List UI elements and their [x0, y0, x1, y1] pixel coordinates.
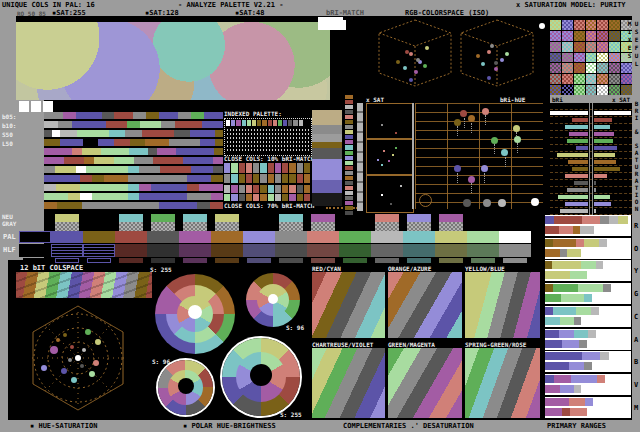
- bri-bar-track: [550, 145, 591, 151]
- gray-checker-swatch: [279, 222, 303, 231]
- primary-range-letter-c: C: [634, 313, 638, 321]
- color-segment: [72, 121, 106, 128]
- color-segment: [190, 130, 214, 137]
- color-segment: [98, 139, 114, 146]
- hue-sat-dot: [50, 346, 58, 354]
- palette-dot: [531, 198, 539, 206]
- half-bright-subrow: [23, 258, 531, 263]
- selected-color-swatch[interactable]: [318, 17, 346, 30]
- palette-cell: [19, 231, 51, 243]
- sat-option-255[interactable]: ▪SAT:255: [52, 9, 86, 17]
- half-bright-subcell: [439, 258, 463, 263]
- bri-bar-track: [550, 187, 591, 193]
- half-bright-subcell: [151, 258, 175, 263]
- color-segment: [175, 121, 203, 128]
- mix-swatch: [550, 20, 561, 30]
- gray-checker-swatch: [55, 222, 79, 231]
- sat-option-128[interactable]: ▪SAT:128: [145, 9, 179, 17]
- close-pair-swatch: [304, 194, 310, 202]
- color-run-row: [44, 202, 223, 209]
- color-segment: [545, 408, 562, 416]
- comp-panel-orangeazure: [388, 272, 462, 338]
- mix-swatch: [597, 20, 608, 30]
- bri-bar-track: [550, 124, 591, 130]
- footer-polar-hue-brightness[interactable]: ▪ POLAR HUE-BRIGHTNESS: [183, 422, 276, 430]
- color-segment: [312, 180, 342, 193]
- mini-cell: [345, 201, 353, 205]
- bri-bar-track: [550, 208, 591, 214]
- bri-bar: [565, 174, 588, 178]
- close-pair-swatch: [268, 163, 274, 173]
- close-pair-swatch: [224, 194, 230, 202]
- bri-bar-track: [550, 166, 591, 172]
- close-pair-swatch: [224, 174, 230, 184]
- color-segment: [44, 175, 80, 182]
- close-pair-swatch: [304, 163, 310, 173]
- sample-dot: [381, 194, 383, 196]
- bri-bar: [576, 146, 588, 150]
- color-run-row: [44, 193, 223, 200]
- half-bright-cell: [83, 244, 115, 257]
- primary-range-letter-m: M: [634, 404, 638, 412]
- color-segment: [599, 239, 607, 247]
- mini-cell: [345, 161, 353, 165]
- color-segment: [55, 166, 76, 173]
- palette-dot: [483, 199, 491, 207]
- color-segment: [552, 261, 581, 269]
- bri-bar: [569, 132, 588, 136]
- color-segment: [574, 317, 581, 325]
- circle-center: [178, 378, 194, 394]
- xsat-slider[interactable]: [357, 103, 363, 211]
- indexed-palette-title: INDEXED PALETTE:: [224, 110, 282, 117]
- bri-sat-row: [550, 194, 632, 201]
- range-strip: [545, 239, 622, 247]
- color-segment: [571, 375, 597, 383]
- close-pair-swatch: [268, 174, 274, 184]
- sat-bar: [594, 167, 620, 171]
- color-segment: [191, 112, 204, 119]
- color-segment: [197, 202, 210, 209]
- primary-range-band: [545, 238, 631, 259]
- mix-swatch: [562, 42, 573, 52]
- dot-stem: [457, 173, 458, 183]
- primary-ranges: [545, 215, 631, 419]
- sat-bar-track: [591, 131, 632, 137]
- footer-primary-ranges[interactable]: PRIMARY RANGES: [547, 422, 606, 430]
- sat-bar: [594, 181, 596, 185]
- neutral-caps-row: [19, 214, 531, 222]
- footer-hue-saturation[interactable]: ▪ HUE-SATURATION: [30, 422, 97, 430]
- sat-option-48[interactable]: ▪SAT:48: [235, 9, 265, 17]
- color-segment: [44, 166, 55, 173]
- color-segment: [581, 385, 610, 393]
- saturation-model-toggle[interactable]: x SATURATION MODEL: PURITY: [516, 1, 626, 9]
- color-segment: [560, 385, 575, 393]
- color-segment: [139, 193, 187, 200]
- hue-saturation-polar: [8, 300, 148, 418]
- palette-swatch: [293, 120, 297, 126]
- palette-dot: [513, 125, 520, 132]
- palette-swatch: [236, 120, 240, 126]
- rgb-dot: [416, 58, 420, 62]
- bri-bar-track: [550, 180, 591, 186]
- range-strip: [545, 307, 622, 315]
- color-segment: [553, 239, 576, 247]
- sat-bar: [594, 139, 613, 143]
- palette-cell: [243, 231, 275, 243]
- footer-complementaries[interactable]: COMPLEMENTARIES .' DESATURATION: [343, 422, 474, 430]
- xsat-scatter-box-1: [366, 103, 414, 139]
- palette-dot: [501, 149, 508, 156]
- sat-bar-track: [591, 180, 632, 186]
- palette-cell: [83, 231, 115, 243]
- close-pair-swatch: [231, 163, 237, 173]
- color-segment: [561, 294, 585, 302]
- color-segment: [159, 202, 197, 209]
- color-segment: [129, 148, 148, 155]
- color-segment: [545, 249, 560, 257]
- color-segment: [545, 330, 559, 338]
- palette-cell: [435, 231, 467, 243]
- close-cols-70-label: CLOSE COLS: 70% bRI-MATCH: [224, 202, 314, 209]
- close-pair-swatch: [297, 163, 303, 173]
- half-bright-subcell: [183, 258, 207, 263]
- unique-cols-label: UNIQUE COLS IN PAL: 16: [2, 1, 95, 9]
- color-segment: [585, 398, 593, 406]
